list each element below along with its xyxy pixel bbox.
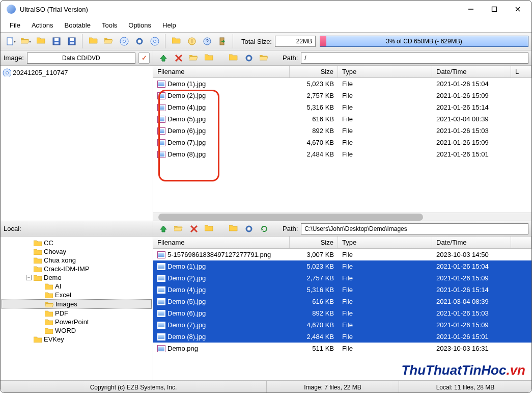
local-file-row[interactable]: Demo (6).jpg892 KBFile2021-01-26 15:03 (153, 307, 531, 319)
capacity-progress-text: 3% of CD 650MB (- 629MB) (386, 38, 462, 45)
main-toolbar: ▾ ▾ i ? Total Size: 22MB 3% of CD 650MB … (1, 32, 531, 50)
folder-icon (45, 327, 53, 334)
open-button[interactable]: ▾ (19, 34, 33, 48)
image-path-field[interactable]: / (301, 53, 528, 64)
local-tree-item[interactable]: Chovay (2, 247, 152, 256)
minimize-button[interactable] (459, 2, 483, 17)
local-delete-button[interactable] (187, 222, 201, 236)
local-file-row[interactable]: Demo (5).jpg616 KBFile2021-03-04 08:39 (153, 296, 531, 307)
folder-icon (45, 310, 53, 317)
menu-help[interactable]: Help (157, 19, 181, 31)
info-button[interactable]: i (185, 34, 199, 48)
img-hide-button[interactable] (257, 51, 271, 65)
img-newfolder-button[interactable] (187, 51, 201, 65)
menu-tools[interactable]: Tools (97, 19, 122, 31)
local-tree-item[interactable]: Excel (2, 291, 152, 299)
image-file-row[interactable]: Demo (2).jpg2,757 KBFile2021-01-26 15:09 (153, 90, 531, 101)
local-tree-item[interactable]: PowerPoint (2, 318, 152, 326)
local-file-row[interactable]: Demo (2).jpg2,757 KBFile2021-01-26 15:09 (153, 272, 531, 284)
file-icon (157, 92, 165, 99)
local-list-header[interactable]: Filename Size Type Date/Time (153, 237, 531, 249)
img-folder-button[interactable] (202, 51, 216, 65)
window-title: UltraISO (Trial Version) (20, 6, 88, 13)
reload-button[interactable] (34, 34, 48, 48)
img-props-button[interactable] (227, 51, 241, 65)
local-tree-item[interactable]: WORD (2, 326, 152, 335)
file-icon (157, 310, 165, 317)
status-bar: Copyright (c) EZB Systems, Inc. Image: 7… (1, 380, 531, 393)
save-as-button[interactable] (65, 34, 79, 48)
mount-button[interactable] (170, 34, 184, 48)
media-type-refresh-button[interactable]: ✓ (138, 53, 150, 64)
file-icon (157, 139, 165, 146)
image-file-row[interactable]: Demo (8).jpg2,484 KBFile2021-01-26 15:01 (153, 148, 531, 160)
image-tree[interactable]: 20241205_110747 (1, 66, 153, 221)
local-settings-button[interactable] (242, 222, 256, 236)
local-up-button[interactable] (156, 222, 171, 236)
image-file-list[interactable]: Filename Size Type Date/Time L Demo (1).… (153, 66, 531, 221)
local-folder-button[interactable] (202, 222, 216, 236)
local-tree-item[interactable]: PDF (2, 309, 152, 318)
file-icon (157, 104, 165, 111)
img-settings-button[interactable] (242, 51, 256, 65)
extract-button[interactable] (102, 34, 116, 48)
image-tree-root[interactable]: 20241205_110747 (2, 68, 152, 77)
media-type-dropdown[interactable]: Data CD/DVD (27, 53, 135, 64)
img-up-button[interactable] (156, 51, 171, 65)
menu-file[interactable]: File (5, 19, 25, 31)
image-panel-label: Image: (4, 54, 24, 62)
local-file-row[interactable]: Demo (7).jpg4,670 KBFile2021-01-26 15:09 (153, 319, 531, 331)
local-file-row[interactable]: Demo (8).jpg2,484 KBFile2021-01-26 15:01 (153, 331, 531, 343)
local-file-row[interactable]: Demo.png511 KBFile2023-10-03 16:31 (153, 343, 531, 354)
burn-button[interactable] (148, 34, 162, 48)
local-file-row[interactable]: Demo (4).jpg5,316 KBFile2021-01-26 15:14 (153, 284, 531, 296)
local-tree-item[interactable]: EVKey (2, 335, 152, 344)
save-button[interactable] (49, 34, 64, 48)
folder-icon (34, 274, 42, 281)
local-tree[interactable]: CCChovayChua xongCrack-IDM-IMP−DemoAIExc… (1, 237, 153, 380)
local-path-field[interactable]: C:\Users\John\Desktop\Demo\Images (301, 223, 528, 234)
file-icon (157, 151, 165, 158)
image-file-row[interactable]: Demo (6).jpg892 KBFile2021-01-26 15:03 (153, 125, 531, 137)
local-path-label: Path: (283, 225, 298, 232)
local-open-button[interactable] (172, 222, 186, 236)
local-tree-item[interactable]: CC (2, 239, 152, 247)
menu-actions[interactable]: Actions (26, 19, 59, 31)
make-bootable-button[interactable] (117, 34, 131, 48)
menu-bootable[interactable]: Bootable (60, 19, 96, 31)
img-delete-button[interactable] (172, 51, 186, 65)
local-file-list[interactable]: Filename Size Type Date/Time 5-157698618… (153, 237, 531, 380)
expand-toggle[interactable]: − (26, 275, 32, 280)
local-file-row[interactable]: 5-15769861838497127277791.png3,007 KBFil… (153, 249, 531, 260)
close-button[interactable] (506, 2, 529, 17)
menu-options[interactable]: Options (123, 19, 156, 31)
file-icon (157, 251, 165, 258)
folder-icon (34, 248, 42, 255)
exit-button[interactable] (215, 34, 230, 48)
file-icon (157, 263, 165, 270)
image-list-header[interactable]: Filename Size Type Date/Time L (153, 66, 531, 78)
image-list-hscroll[interactable] (153, 213, 531, 221)
maximize-button[interactable] (483, 2, 506, 17)
local-file-row[interactable]: Demo (1).jpg5,023 KBFile2021-01-26 15:04 (153, 260, 531, 272)
local-refresh-button[interactable] (257, 222, 271, 236)
image-list-toolbar: Path: / (153, 50, 531, 66)
add-files-button[interactable] (87, 34, 101, 48)
folder-icon (45, 292, 53, 298)
image-file-row[interactable]: Demo (5).jpg616 KBFile2021-03-04 08:39 (153, 113, 531, 125)
capacity-progress: 3% of CD 650MB (- 629MB) (320, 36, 528, 47)
local-tree-item[interactable]: Images (2, 299, 152, 309)
local-tree-item[interactable]: AI (2, 282, 152, 291)
local-tree-item[interactable]: Crack-IDM-IMP (2, 265, 152, 273)
image-file-row[interactable]: Demo (1).jpg5,023 KBFile2021-01-26 15:04 (153, 78, 531, 90)
new-button[interactable]: ▾ (4, 34, 18, 48)
image-file-row[interactable]: Demo (4).jpg5,316 KBFile2021-01-26 15:14 (153, 101, 531, 113)
local-props-button[interactable] (227, 222, 241, 236)
image-panel-bar: Image: Data CD/DVD ✓ (1, 50, 153, 66)
local-tree-item[interactable]: −Demo (2, 273, 152, 282)
status-copyright: Copyright (c) EZB Systems, Inc. (1, 381, 267, 393)
image-file-row[interactable]: Demo (7).jpg4,670 KBFile2021-01-26 15:09 (153, 137, 531, 148)
compress-button[interactable] (132, 34, 147, 48)
help-button[interactable]: ? (200, 34, 214, 48)
local-tree-item[interactable]: Chua xong (2, 256, 152, 265)
